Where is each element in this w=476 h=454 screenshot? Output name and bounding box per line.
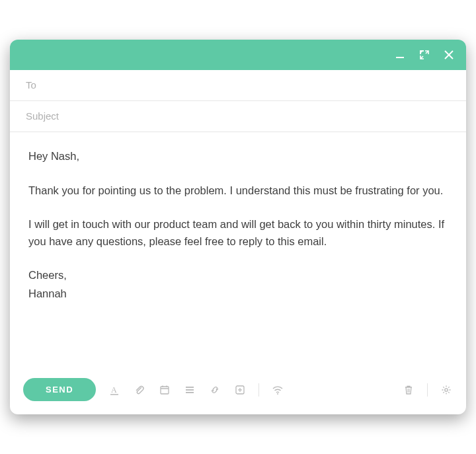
attachment-icon[interactable] [133, 383, 146, 397]
calendar-icon[interactable] [158, 383, 171, 397]
insert-icon[interactable] [233, 383, 247, 397]
svg-point-15 [277, 393, 278, 395]
toolbar-separator [258, 383, 259, 397]
subject-input[interactable] [26, 110, 450, 122]
list-icon[interactable] [183, 383, 196, 397]
text-format-icon[interactable]: A [108, 383, 121, 397]
wifi-icon[interactable] [271, 383, 284, 397]
message-body[interactable]: Hey Nash, Thank you for pointing us to t… [10, 132, 466, 370]
expand-button[interactable] [420, 50, 429, 59]
toolbar-separator-2 [427, 383, 428, 397]
link-icon[interactable] [208, 383, 221, 397]
to-field-row [10, 70, 466, 101]
send-button[interactable]: SEND [23, 378, 96, 401]
svg-text:A: A [111, 385, 117, 395]
compose-window: Hey Nash, Thank you for pointing us to t… [10, 40, 466, 414]
subject-field-row [10, 101, 466, 132]
body-signature: Hannah [28, 285, 448, 303]
svg-point-18 [445, 388, 448, 391]
close-button[interactable] [444, 50, 454, 60]
body-greeting: Hey Nash, [28, 148, 448, 165]
svg-rect-5 [161, 387, 169, 394]
settings-icon[interactable] [440, 383, 453, 397]
body-paragraph-2: I will get in touch with our product tea… [28, 216, 448, 250]
compose-toolbar: SEND A [10, 370, 466, 414]
body-paragraph-1: Thank you for pointing us to the problem… [28, 182, 448, 200]
body-signoff: Cheers, [28, 267, 448, 284]
minimize-button[interactable] [395, 50, 405, 60]
trash-icon[interactable] [402, 383, 415, 397]
to-input[interactable] [26, 79, 450, 91]
header-fields [10, 70, 466, 132]
title-bar [10, 40, 466, 70]
